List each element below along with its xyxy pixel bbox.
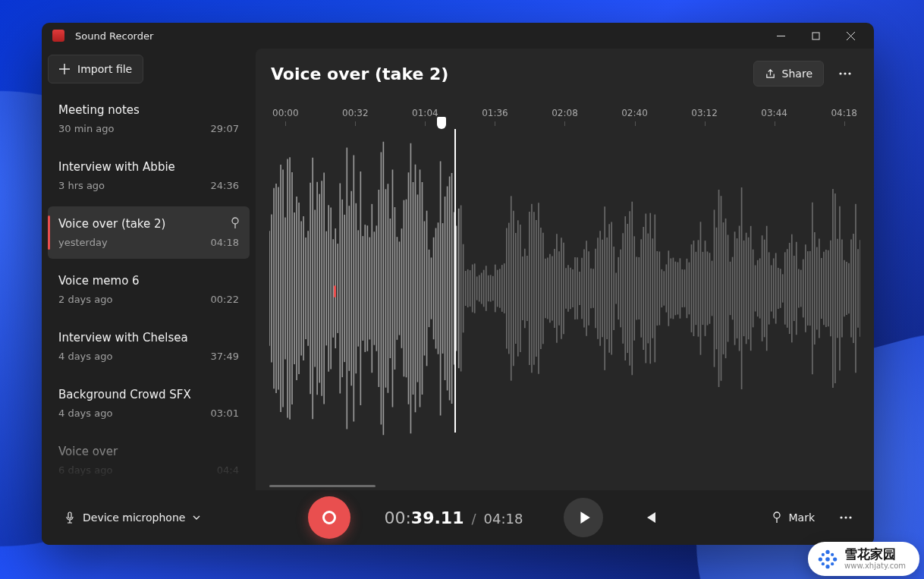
svg-point-266 — [774, 512, 780, 518]
total-duration: 04:18 — [484, 511, 523, 527]
mark-label: Mark — [788, 511, 815, 524]
recording-ago: 6 days ago — [58, 464, 112, 476]
recording-name: Meeting notes — [58, 103, 239, 117]
svg-point-270 — [825, 549, 829, 553]
record-icon — [322, 511, 336, 524]
recording-item[interactable]: Voice over (take 2)yesterday04:18 — [48, 206, 250, 259]
svg-point-4 — [848, 72, 850, 74]
main-panel: Voice over (take 2) Share 00:0000:3201:0… — [256, 49, 874, 490]
recording-duration: 24:36 — [211, 180, 239, 191]
titlebar: Sound Recorder — [42, 23, 874, 49]
recording-duration: 00:22 — [211, 294, 239, 305]
recording-duration: 37:49 — [211, 351, 239, 362]
recording-ago: 3 hrs ago — [58, 180, 105, 191]
recording-duration: 03:01 — [211, 408, 239, 419]
input-device-selector[interactable]: Device microphone — [57, 507, 208, 528]
playhead-line — [454, 129, 456, 433]
recording-item[interactable]: Voice over6 days ago04:4 — [48, 434, 250, 484]
svg-point-268 — [844, 516, 847, 518]
zoom-scrollbar[interactable] — [269, 485, 376, 487]
import-label: Import file — [77, 63, 132, 75]
ruler-tick: 04:18 — [831, 108, 857, 126]
svg-point-267 — [840, 516, 842, 518]
skip-back-icon — [643, 511, 657, 524]
waveform[interactable] — [269, 129, 860, 448]
bottom-bar: Device microphone 00:39.11 / 04:18 Mark — [42, 490, 874, 545]
chevron-down-icon — [193, 515, 200, 520]
watermark: 雪花家园 www.xhjaty.com — [808, 542, 919, 576]
ruler-tick: 00:00 — [272, 108, 299, 126]
ruler-tick: 02:40 — [621, 108, 648, 126]
ellipsis-icon — [839, 72, 851, 75]
recording-item[interactable]: Interview with Abbie3 hrs ago24:36 — [48, 149, 250, 202]
plus-icon — [59, 64, 70, 74]
recording-ago: yesterday — [58, 237, 108, 248]
timecode: 00:39.11 / 04:18 — [384, 508, 523, 527]
svg-point-1 — [232, 218, 238, 224]
recording-item[interactable]: Voice memo 62 days ago00:22 — [48, 263, 250, 316]
recording-duration: 04:18 — [211, 237, 239, 248]
svg-point-274 — [822, 552, 825, 555]
svg-point-271 — [825, 565, 829, 568]
maximize-button[interactable] — [798, 23, 833, 49]
app-icon — [52, 30, 64, 42]
recording-ago: 30 min ago — [58, 123, 115, 134]
app-window: Sound Recorder Import file Meeting notes… — [42, 23, 874, 545]
ruler-tick: 01:04 — [412, 108, 438, 126]
marker-indicator[interactable] — [334, 285, 336, 297]
waveform-area: 00:0000:3201:0401:3602:0802:4003:1203:44… — [256, 99, 874, 490]
svg-point-273 — [833, 557, 837, 561]
svg-point-2 — [839, 72, 841, 74]
recording-item[interactable]: Interview with Chelsea4 days ago37:49 — [48, 320, 250, 373]
record-button[interactable] — [308, 496, 350, 539]
ruler-tick: 00:32 — [342, 108, 369, 126]
svg-rect-0 — [812, 33, 819, 39]
play-button[interactable] — [564, 498, 603, 537]
recording-name: Interview with Chelsea — [58, 331, 239, 345]
share-icon — [765, 68, 776, 80]
recording-duration: 04:4 — [217, 464, 239, 476]
recording-item[interactable]: Background Crowd SFX4 days ago03:01 — [48, 377, 250, 430]
microphone-icon — [64, 511, 75, 524]
watermark-logo-icon — [817, 549, 838, 570]
svg-point-3 — [844, 72, 846, 74]
recording-name: Voice memo 6 — [58, 274, 239, 288]
recordings-list: Meeting notes30 min ago29:07Interview wi… — [48, 93, 250, 484]
share-label: Share — [782, 68, 812, 80]
recording-name: Background Crowd SFX — [58, 388, 239, 401]
playhead-handle[interactable] — [437, 117, 446, 129]
recording-ago: 4 days ago — [58, 408, 112, 419]
recording-item[interactable]: Meeting notes30 min ago29:07 — [48, 93, 250, 145]
watermark-url: www.xhjaty.com — [844, 562, 906, 570]
ruler-tick: 03:44 — [761, 108, 787, 126]
device-label: Device microphone — [83, 511, 185, 524]
recording-ago: 2 days ago — [58, 294, 112, 305]
svg-point-275 — [831, 552, 834, 555]
time-separator: / — [471, 511, 476, 527]
svg-point-278 — [825, 557, 830, 562]
close-button[interactable] — [833, 23, 868, 49]
watermark-title: 雪花家园 — [844, 548, 906, 561]
recording-name: Voice over — [58, 445, 239, 458]
has-marker-icon — [230, 217, 240, 232]
recording-ago: 4 days ago — [58, 351, 112, 362]
recording-name: Interview with Abbie — [58, 160, 239, 174]
add-marker-button[interactable]: Mark — [764, 507, 822, 528]
import-file-button[interactable]: Import file — [48, 55, 143, 83]
share-button[interactable]: Share — [753, 61, 824, 87]
current-time-prefix: 00: — [384, 508, 410, 527]
recording-name: Voice over (take 2) — [58, 217, 239, 231]
svg-point-272 — [819, 557, 822, 561]
ruler-tick: 03:12 — [691, 108, 718, 126]
current-time: 39.11 — [411, 508, 464, 527]
skip-back-button[interactable] — [636, 504, 664, 531]
svg-point-277 — [831, 562, 834, 565]
svg-point-269 — [849, 516, 851, 518]
marker-icon — [772, 511, 782, 524]
minimize-button[interactable] — [763, 23, 798, 49]
bottom-more-button[interactable] — [833, 505, 859, 530]
time-ruler[interactable]: 00:0000:3201:0401:3602:0802:4003:1203:44… — [269, 108, 860, 129]
ellipsis-icon — [840, 516, 852, 519]
recording-duration: 29:07 — [211, 123, 239, 134]
more-options-button[interactable] — [831, 61, 859, 87]
